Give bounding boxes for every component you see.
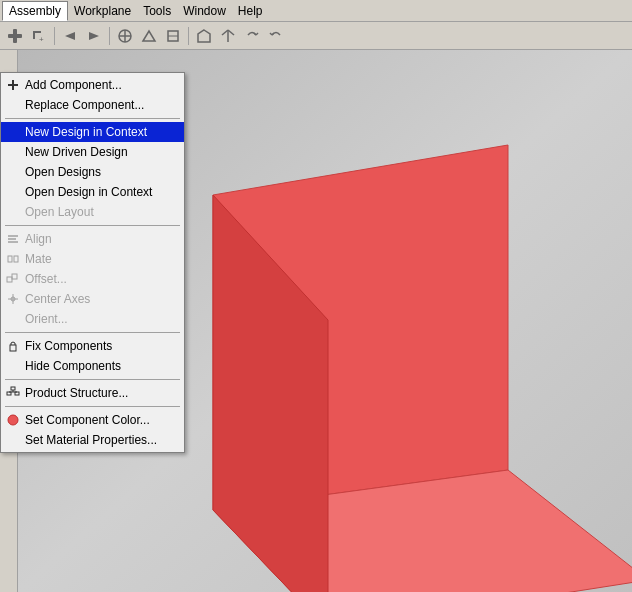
menu-separator-1 <box>5 118 180 119</box>
menu-item-new-design-context[interactable]: New Design in Context <box>1 122 184 142</box>
menu-item-fix-components[interactable]: Fix Components <box>1 336 184 356</box>
toolbar-icon-3[interactable] <box>59 25 81 47</box>
svg-rect-38 <box>15 392 19 395</box>
menu-tools[interactable]: Tools <box>137 2 177 20</box>
svg-line-11 <box>222 30 228 35</box>
svg-point-39 <box>8 415 18 425</box>
svg-rect-34 <box>11 387 15 390</box>
toolbar-icon-11[interactable] <box>265 25 287 47</box>
menu-separator-4 <box>5 379 180 380</box>
svg-rect-27 <box>14 256 18 262</box>
menu-separator-3 <box>5 332 180 333</box>
center-axes-icon <box>5 291 21 307</box>
menu-assembly[interactable]: Assembly <box>2 1 68 21</box>
toolbar-icon-6[interactable] <box>138 25 160 47</box>
menu-item-hide-components[interactable]: Hide Components <box>1 356 184 376</box>
toolbar-icon-5[interactable] <box>114 25 136 47</box>
toolbar-icon-1[interactable] <box>4 25 26 47</box>
toolbar-separator-3 <box>188 27 189 45</box>
set-color-icon <box>5 412 21 428</box>
mate-icon <box>5 251 21 267</box>
svg-line-16 <box>272 33 274 35</box>
menu-item-set-component-color[interactable]: Set Component Color... <box>1 410 184 430</box>
menu-item-offset: Offset... <box>1 269 184 289</box>
fix-components-icon <box>5 338 21 354</box>
menu-item-set-material-properties[interactable]: Set Material Properties... <box>1 430 184 450</box>
svg-rect-22 <box>12 80 14 90</box>
dropdown-menu: Add Component... Replace Component... Ne… <box>0 72 185 453</box>
menu-item-product-structure[interactable]: Product Structure... <box>1 383 184 403</box>
menu-item-new-driven-design[interactable]: New Driven Design <box>1 142 184 162</box>
main-area: Add Component... Replace Component... Ne… <box>0 50 632 592</box>
menu-separator-2 <box>5 225 180 226</box>
svg-rect-28 <box>7 277 12 282</box>
svg-line-13 <box>254 33 256 35</box>
menu-item-add-component[interactable]: Add Component... <box>1 75 184 95</box>
svg-rect-29 <box>12 274 17 279</box>
svg-rect-33 <box>10 345 16 351</box>
add-component-icon <box>5 77 21 93</box>
menu-item-open-design-context[interactable]: Open Design in Context <box>1 182 184 202</box>
toolbar-icon-7[interactable] <box>162 25 184 47</box>
svg-rect-26 <box>8 256 12 262</box>
menu-workplane[interactable]: Workplane <box>68 2 137 20</box>
svg-rect-37 <box>7 392 11 395</box>
svg-line-10 <box>228 30 234 35</box>
menubar: Assembly Workplane Tools Window Help <box>0 0 632 22</box>
menu-item-align: Align <box>1 229 184 249</box>
menu-window[interactable]: Window <box>177 2 232 20</box>
align-icon <box>5 231 21 247</box>
svg-line-14 <box>256 33 258 35</box>
product-structure-icon <box>5 385 21 401</box>
toolbar-icon-9[interactable] <box>217 25 239 47</box>
toolbar-separator-1 <box>54 27 55 45</box>
offset-icon <box>5 271 21 287</box>
menu-item-open-designs[interactable]: Open Designs <box>1 162 184 182</box>
menu-item-open-layout: Open Layout <box>1 202 184 222</box>
toolbar: + <box>0 22 632 50</box>
menu-help[interactable]: Help <box>232 2 269 20</box>
menu-item-orient: Orient... <box>1 309 184 329</box>
toolbar-icon-2[interactable]: + <box>28 25 50 47</box>
toolbar-separator-2 <box>109 27 110 45</box>
menu-separator-5 <box>5 406 180 407</box>
menu-item-center-axes: Center Axes <box>1 289 184 309</box>
menu-item-replace-component[interactable]: Replace Component... <box>1 95 184 115</box>
toolbar-icon-4[interactable] <box>83 25 105 47</box>
svg-rect-1 <box>13 29 17 43</box>
svg-text:+: + <box>39 35 44 44</box>
menu-item-mate: Mate <box>1 249 184 269</box>
svg-rect-3 <box>33 31 35 39</box>
toolbar-icon-10[interactable] <box>241 25 263 47</box>
toolbar-icon-8[interactable] <box>193 25 215 47</box>
